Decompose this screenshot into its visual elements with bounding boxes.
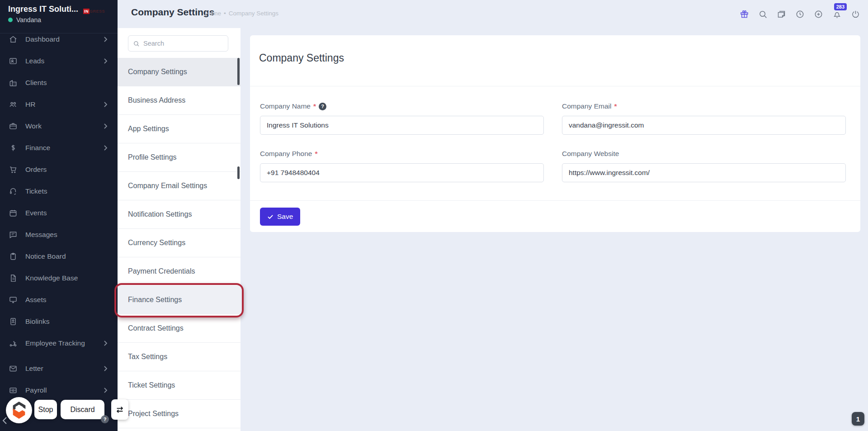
page-title: Company Settings bbox=[131, 7, 214, 18]
chevron-right-icon bbox=[103, 102, 108, 107]
chevron-right-icon bbox=[103, 58, 108, 64]
bell-icon[interactable]: 283 bbox=[831, 9, 842, 19]
company-settings-card: Company Settings Company Name * ? Compan… bbox=[250, 35, 860, 232]
stop-button[interactable]: Stop bbox=[34, 400, 57, 419]
main-area: Company Settings Home • Company Settings… bbox=[118, 0, 868, 431]
chevron-right-icon bbox=[103, 145, 108, 151]
sidebar-item-tickets[interactable]: Tickets bbox=[0, 180, 118, 202]
swap-arrows-button[interactable] bbox=[111, 399, 128, 420]
settings-item-notification-settings[interactable]: Notification Settings bbox=[118, 200, 241, 229]
save-button[interactable]: Save bbox=[260, 208, 300, 226]
chat-icon bbox=[8, 230, 18, 240]
scooter-icon bbox=[8, 338, 18, 348]
sidebar-item-biolinks[interactable]: Biolinks bbox=[0, 311, 118, 332]
discard-button[interactable]: Discard bbox=[61, 400, 104, 419]
company-phone-input[interactable] bbox=[260, 163, 544, 182]
field-label: Company Name bbox=[260, 102, 311, 110]
settings-search-input[interactable] bbox=[143, 40, 220, 47]
page-number-badge: 1 bbox=[852, 412, 864, 426]
help-icon[interactable]: ? bbox=[319, 103, 326, 110]
sidebar-item-events[interactable]: Events bbox=[0, 202, 118, 224]
settings-item-app-settings[interactable]: App Settings bbox=[118, 115, 241, 143]
agent-logo-badge[interactable] bbox=[6, 397, 32, 423]
settings-item-payment-credentials[interactable]: Payment Credentials bbox=[118, 257, 241, 286]
sidebar-item-leads[interactable]: Leads bbox=[0, 50, 118, 72]
settings-item-profile-settings[interactable]: Profile Settings bbox=[118, 143, 241, 172]
field-label: Company Email bbox=[562, 102, 611, 110]
wallet-icon bbox=[8, 385, 18, 395]
notes-icon[interactable] bbox=[776, 9, 787, 19]
sidebar-item-knowledge-base[interactable]: Knowledge Base bbox=[0, 267, 118, 289]
settings-item-ticket-settings[interactable]: Ticket Settings bbox=[118, 371, 241, 400]
company-logo: INGRESS bbox=[83, 9, 105, 14]
breadcrumb-separator: • bbox=[224, 10, 226, 17]
sidebar-item-hr[interactable]: HR bbox=[0, 94, 118, 115]
required-marker: * bbox=[315, 150, 317, 158]
divider bbox=[250, 200, 860, 201]
notification-count-badge: 283 bbox=[834, 3, 847, 10]
search-icon[interactable] bbox=[757, 9, 768, 19]
breadcrumb-current: Company Settings bbox=[229, 10, 278, 17]
clock-icon[interactable] bbox=[794, 9, 805, 19]
user-name: Vandana bbox=[16, 16, 41, 24]
field-company-email: Company Email * bbox=[562, 102, 846, 135]
page-header: Company Settings Home • Company Settings… bbox=[118, 0, 868, 28]
workspace-name: Ingress IT Soluti... bbox=[8, 5, 78, 14]
settings-search bbox=[128, 35, 228, 52]
badge-icon bbox=[8, 317, 18, 327]
breadcrumb-home[interactable]: Home bbox=[205, 10, 221, 17]
gift-icon[interactable] bbox=[739, 9, 750, 19]
chevron-right-icon bbox=[103, 123, 108, 129]
settings-menu-panel: Company Settings Business Address App Se… bbox=[118, 28, 241, 431]
chevron-right-icon bbox=[103, 388, 108, 393]
swap-arrows-icon bbox=[115, 405, 125, 415]
chevron-right-icon bbox=[103, 366, 108, 371]
sidebar-item-finance[interactable]: Finance bbox=[0, 137, 118, 159]
sidebar-item-letter[interactable]: Letter bbox=[0, 358, 118, 379]
settings-item-project-settings[interactable]: Project Settings bbox=[118, 400, 241, 428]
sidebar-item-work[interactable]: Work bbox=[0, 115, 118, 137]
settings-scrollbar-thumb[interactable] bbox=[237, 58, 240, 85]
agent-logo-icon bbox=[11, 401, 27, 420]
main-sidebar: Ingress IT Soluti... Vandana INGRESS Das… bbox=[0, 0, 118, 431]
id-card-icon bbox=[8, 56, 18, 66]
sidebar-item-dashboard[interactable]: Dashboard bbox=[0, 28, 118, 50]
sidebar-item-clients[interactable]: Clients bbox=[0, 72, 118, 94]
settings-item-tax-settings[interactable]: Tax Settings bbox=[118, 343, 241, 371]
sidebar-item-assets[interactable]: Assets bbox=[0, 289, 118, 311]
calendar-icon bbox=[8, 208, 18, 218]
card-heading: Company Settings bbox=[259, 52, 344, 64]
online-status-icon bbox=[8, 18, 13, 22]
sidebar-item-messages[interactable]: Messages bbox=[0, 224, 118, 246]
header-icons: 283 bbox=[739, 0, 861, 28]
briefcase-icon bbox=[8, 121, 18, 131]
plus-circle-icon[interactable] bbox=[813, 9, 824, 19]
monitor-icon bbox=[8, 295, 18, 305]
settings-item-finance-settings[interactable]: Finance Settings bbox=[118, 286, 241, 314]
headset-icon bbox=[8, 186, 18, 196]
settings-item-company-settings[interactable]: Company Settings bbox=[118, 58, 241, 86]
field-label: Company Website bbox=[562, 150, 619, 158]
settings-scrollbar-thumb[interactable] bbox=[237, 166, 240, 179]
settings-item-business-address[interactable]: Business Address bbox=[118, 86, 241, 115]
overlay-help-icon[interactable]: ? bbox=[101, 415, 109, 423]
building-icon bbox=[8, 78, 18, 88]
company-email-input[interactable] bbox=[562, 116, 846, 135]
file-text-icon bbox=[8, 273, 18, 283]
settings-item-company-email-settings[interactable]: Company Email Settings bbox=[118, 172, 241, 200]
required-marker: * bbox=[313, 102, 316, 110]
sidebar-item-employee-tracking[interactable]: Employee Tracking bbox=[0, 332, 118, 354]
collapse-arrow-icon[interactable] bbox=[2, 417, 8, 425]
people-icon bbox=[8, 99, 18, 109]
cart-icon bbox=[8, 165, 18, 175]
company-name-input[interactable] bbox=[260, 116, 544, 135]
settings-item-contract-settings[interactable]: Contract Settings bbox=[118, 314, 241, 343]
sidebar-nav: Dashboard Leads Clients HR Work bbox=[0, 28, 118, 401]
sidebar-item-notice-board[interactable]: Notice Board bbox=[0, 246, 118, 267]
power-icon[interactable] bbox=[850, 9, 861, 19]
company-website-input[interactable] bbox=[562, 163, 846, 182]
user-status: Vandana bbox=[8, 16, 41, 24]
sidebar-item-orders[interactable]: Orders bbox=[0, 159, 118, 180]
settings-item-currency-settings[interactable]: Currency Settings bbox=[118, 229, 241, 257]
app-screen: Ingress IT Soluti... Vandana INGRESS Das… bbox=[0, 0, 868, 431]
